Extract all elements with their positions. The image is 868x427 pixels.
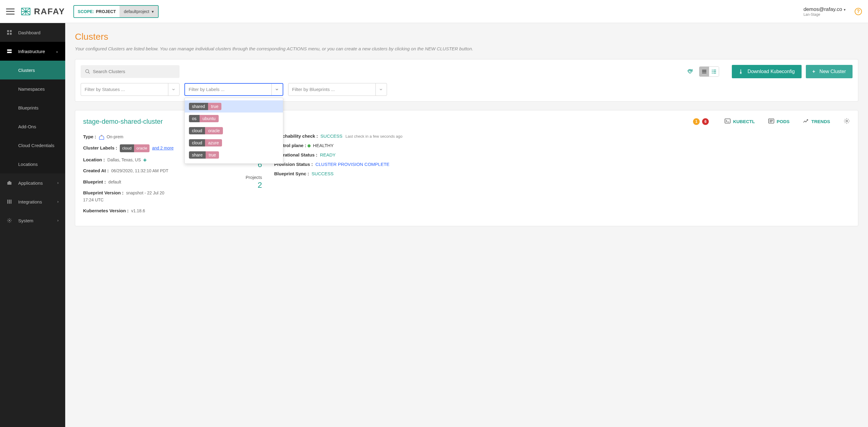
nav-label: Dashboard xyxy=(18,30,59,35)
svg-rect-2 xyxy=(7,33,9,35)
sidebar-item-cloud-credentials[interactable]: Cloud Credentials xyxy=(0,136,65,155)
svg-rect-3 xyxy=(10,33,12,35)
subnav-label: Blueprints xyxy=(18,105,38,111)
svg-rect-9 xyxy=(9,200,10,204)
search-input[interactable] xyxy=(93,69,175,74)
page-description: Your configured Clusters are listed belo… xyxy=(75,45,858,53)
sidebar-item-blueprints[interactable]: Blueprints xyxy=(0,98,65,117)
k8s-value: v1.18.6 xyxy=(131,208,145,213)
refresh-button[interactable] xyxy=(686,67,694,76)
kubectl-button[interactable]: KUBECTL xyxy=(724,119,755,124)
brand-text: RAFAY xyxy=(34,7,65,17)
onprem-icon xyxy=(99,134,105,140)
nav-label: Applications xyxy=(18,180,57,186)
reach-value: SUCCESS xyxy=(320,133,343,139)
sidebar-item-applications[interactable]: Applications › xyxy=(0,174,65,192)
scope-selector[interactable]: SCOPE: PROJECT defaultproject ▾ xyxy=(73,5,159,18)
search-box[interactable] xyxy=(81,65,180,78)
svg-rect-6 xyxy=(7,182,11,185)
filter-labels[interactable]: Filter by Labels ... sharedtrue osubuntu… xyxy=(184,83,283,96)
download-icon: ⭳ xyxy=(739,69,743,74)
label-option[interactable]: sharedtrue xyxy=(185,100,283,113)
action-label: TRENDS xyxy=(811,119,830,124)
sidebar-item-dashboard[interactable]: Dashboard xyxy=(0,23,65,42)
dashboard-icon xyxy=(7,30,12,35)
infrastructure-icon xyxy=(7,49,12,54)
svg-rect-23 xyxy=(725,119,730,123)
op-value: READY xyxy=(320,152,336,157)
svg-rect-22 xyxy=(713,73,716,73)
subnav-label: Clusters xyxy=(18,68,35,73)
account-menu[interactable]: demos@rafay.co ▾ Lan-Stage xyxy=(803,6,849,17)
svg-rect-16 xyxy=(702,73,706,73)
chevron-down-icon xyxy=(379,87,383,92)
labels-dropdown: sharedtrue osubuntu cloudoracle cloudazu… xyxy=(184,98,283,164)
sidebar-item-infrastructure[interactable]: Infrastructure ⌄ xyxy=(0,42,65,61)
warning-badge[interactable]: 1 xyxy=(693,118,700,125)
bpversion-label: Blueprint Version : xyxy=(83,190,123,195)
label-option[interactable]: osubuntu xyxy=(185,113,283,125)
cluster-name[interactable]: stage-demo-shared-cluster xyxy=(83,118,163,126)
type-label: Type : xyxy=(83,134,96,139)
view-list-button[interactable] xyxy=(709,67,719,77)
caret-down-icon: ▾ xyxy=(843,7,845,12)
sidebar-item-addons[interactable]: Add-Ons xyxy=(0,117,65,136)
location-target-icon: ◈ xyxy=(142,157,147,162)
sync-label: Blueprint Sync : xyxy=(274,171,309,176)
pods-button[interactable]: PODS xyxy=(768,119,790,124)
projects-label: Projects xyxy=(217,175,262,180)
sidebar-item-clusters[interactable]: Clusters xyxy=(0,61,65,80)
new-cluster-button[interactable]: +New Cluster xyxy=(806,65,852,78)
type-value: On-prem xyxy=(106,134,123,139)
sidebar: Dashboard Infrastructure ⌄ Clusters Name… xyxy=(0,23,65,427)
caret-down-icon: ▾ xyxy=(152,9,154,14)
svg-rect-5 xyxy=(7,52,12,53)
filter-statuses[interactable]: Filter by Statuses ... xyxy=(81,83,180,96)
svg-point-12 xyxy=(86,69,89,73)
subnav-label: Namespaces xyxy=(18,86,45,92)
created-value: 06/29/2020, 11:32:10 AM PDT xyxy=(111,168,168,173)
chevron-down-icon: ⌄ xyxy=(56,49,59,53)
filter-blueprints[interactable]: Filter by Blueprints ... xyxy=(288,83,387,96)
sidebar-item-system[interactable]: System › xyxy=(0,211,65,230)
error-badge[interactable]: 6 xyxy=(702,118,709,125)
svg-rect-1 xyxy=(10,30,12,32)
svg-point-11 xyxy=(9,220,10,221)
svg-point-28 xyxy=(846,120,848,122)
svg-rect-0 xyxy=(7,30,9,32)
trends-button[interactable]: TRENDS xyxy=(803,119,830,124)
pods-icon xyxy=(768,119,774,124)
plus-icon: + xyxy=(812,69,815,74)
label-option[interactable]: cloudoracle xyxy=(185,125,283,137)
label-option[interactable]: cloudazure xyxy=(185,137,283,149)
account-env: Lan-Stage xyxy=(803,12,845,17)
control-value: HEALTHY xyxy=(313,143,334,148)
brand-logo: RAFAY xyxy=(20,6,65,17)
svg-rect-20 xyxy=(713,71,716,72)
view-toggle xyxy=(699,66,719,77)
trends-icon xyxy=(803,119,809,124)
label-option[interactable]: sharetrue xyxy=(185,149,283,161)
sidebar-item-integrations[interactable]: Integrations › xyxy=(0,192,65,211)
menu-toggle[interactable] xyxy=(6,8,14,14)
labels-more-link[interactable]: and 2 more xyxy=(152,146,174,150)
page-title: Clusters xyxy=(75,32,858,42)
refresh-icon xyxy=(687,68,693,75)
help-icon[interactable]: ? xyxy=(855,8,862,15)
settings-button[interactable] xyxy=(843,118,850,125)
view-card-button[interactable] xyxy=(700,67,709,77)
labels-label: Cluster Labels : xyxy=(83,145,117,150)
download-kubeconfig-button[interactable]: ⭳Download Kubeconfig xyxy=(732,65,802,78)
created-label: Created At : xyxy=(83,168,108,173)
nav-label: System xyxy=(18,218,57,223)
projects-value: 2 xyxy=(217,180,262,190)
nav-label: Infrastructure xyxy=(18,49,56,54)
sync-value: SUCCESS xyxy=(311,171,334,176)
blueprint-value: default xyxy=(108,180,121,184)
chevron-right-icon: › xyxy=(57,218,59,222)
subnav-label: Cloud Credentials xyxy=(18,143,54,148)
action-label: KUBECTL xyxy=(733,119,755,124)
subnav-label: Locations xyxy=(18,162,38,167)
sidebar-item-namespaces[interactable]: Namespaces xyxy=(0,80,65,98)
sidebar-item-locations[interactable]: Locations xyxy=(0,155,65,174)
